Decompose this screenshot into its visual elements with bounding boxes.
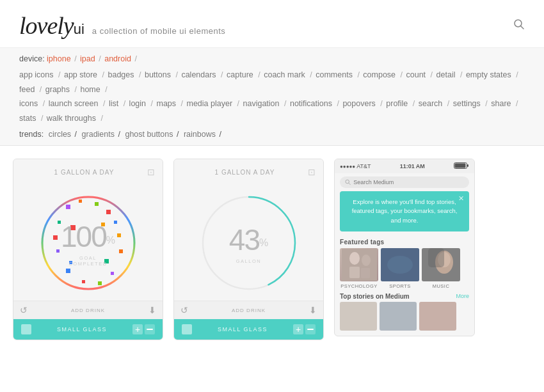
add-drink-2: ADD DRINK xyxy=(232,308,266,313)
plus-btn-1[interactable]: + xyxy=(132,324,155,334)
svg-rect-34 xyxy=(349,267,360,278)
stories-header: Top stories on Medium More xyxy=(335,289,474,302)
tag-music[interactable]: MUSIC xyxy=(422,248,460,289)
medium-status-bar: ●●●●● AT&T 11:01 AM xyxy=(335,159,474,173)
device-label: device: xyxy=(19,54,45,63)
nav-launch-screen[interactable]: launch screen xyxy=(49,99,99,108)
nav-home[interactable]: home xyxy=(80,85,100,94)
nav-calendars[interactable]: calendars xyxy=(181,70,216,79)
device-nav: device: iphone / ipad / android / xyxy=(19,54,525,63)
trend-ghost-buttons[interactable]: ghost buttons xyxy=(125,130,173,139)
nav-walk-throughs[interactable]: walk throughs xyxy=(47,114,96,123)
medium-phone-card: ●●●●● AT&T 11:01 AM ✕ Explore is where y… xyxy=(334,159,475,336)
nav-badges[interactable]: badges xyxy=(108,70,134,79)
gauge-number-2: 43% xyxy=(229,223,268,257)
tag-psychology[interactable]: PSYCHOLOGY xyxy=(340,248,378,289)
phone-bottom-bar-1: ↺ ADD DRINK ⬇ xyxy=(13,301,163,319)
nav-bar: device: iphone / ipad / android / app ic… xyxy=(0,48,544,146)
expand-icon-1[interactable]: ⊡ xyxy=(147,167,155,177)
svg-line-30 xyxy=(349,183,350,184)
nav-compose[interactable]: compose xyxy=(363,70,396,79)
search-icon-button[interactable] xyxy=(513,19,525,33)
tags-row: PSYCHOLOGY SPORTS xyxy=(335,248,474,289)
phone-card-1: 1 GALLON A DAY ⊡ xyxy=(13,159,163,340)
trend-circles[interactable]: circles xyxy=(49,130,71,139)
plus-icon-1[interactable]: + xyxy=(132,324,143,334)
svg-point-39 xyxy=(387,256,413,274)
refresh-icon-1[interactable]: ↺ xyxy=(20,305,28,315)
tag-sports[interactable]: SPORTS xyxy=(381,248,419,289)
nav-stats[interactable]: stats xyxy=(19,114,36,123)
tagline: a collection of mobile ui elements xyxy=(92,26,226,36)
trend-rainbows[interactable]: rainbows xyxy=(184,130,216,139)
tag-label-sports: SPORTS xyxy=(389,283,411,289)
explore-text: Explore is where you'll find top stories… xyxy=(348,198,461,225)
phone-card-2: 1 GALLON A DAY ⊡ 43% GALLON xyxy=(173,159,324,340)
medium-search-bar[interactable] xyxy=(340,176,469,188)
device-iphone[interactable]: iphone xyxy=(47,54,71,63)
nav-coach-mark[interactable]: coach mark xyxy=(264,70,305,79)
plus-icon-2[interactable]: + xyxy=(293,324,303,334)
close-icon[interactable]: ✕ xyxy=(458,194,464,203)
nav-notifications[interactable]: notifications xyxy=(290,99,332,108)
more-link[interactable]: More xyxy=(456,293,469,299)
phone-top-bar-2: 1 GALLON A DAY ⊡ xyxy=(182,167,316,177)
svg-rect-27 xyxy=(455,164,466,168)
share-icon-1[interactable]: ⬇ xyxy=(148,305,156,315)
refresh-icon-2[interactable]: ↺ xyxy=(180,305,188,315)
phone-bottom-bar-2: ↺ ADD DRINK ⬇ xyxy=(174,301,323,319)
svg-rect-43 xyxy=(428,248,444,267)
gauge-container-1: 100% GOAL COMPLETED xyxy=(21,182,155,301)
status-time: 11:01 AM xyxy=(400,163,425,169)
story-thumb-2 xyxy=(380,302,417,331)
phone-screen-1: 1 GALLON A DAY ⊡ xyxy=(13,159,163,301)
footer-square-1[interactable] xyxy=(21,324,31,334)
nav-search[interactable]: search xyxy=(419,99,443,108)
gauge-center-1: 100% GOAL COMPLETED xyxy=(60,219,117,267)
nav-icons[interactable]: icons xyxy=(19,99,38,108)
nav-app-store[interactable]: app store xyxy=(64,70,97,79)
tag-label-music: MUSIC xyxy=(433,283,450,289)
search-icon xyxy=(513,19,525,30)
nav-maps[interactable]: maps xyxy=(156,99,176,108)
device-ipad[interactable]: ipad xyxy=(80,54,95,63)
nav-popovers[interactable]: popovers xyxy=(342,99,375,108)
nav-media-player[interactable]: media player xyxy=(186,99,232,108)
medium-search-input[interactable] xyxy=(353,179,464,185)
story-thumbs-row xyxy=(335,302,474,336)
top-stories-title: Top stories on Medium xyxy=(340,293,410,300)
nav-comments[interactable]: comments xyxy=(316,70,353,79)
nav-buttons[interactable]: buttons xyxy=(145,70,171,79)
nav-list[interactable]: list xyxy=(109,99,118,108)
story-thumb-1 xyxy=(340,302,377,331)
phone2-title: 1 GALLON A DAY xyxy=(182,169,308,176)
minus-square-1[interactable] xyxy=(145,324,155,334)
share-icon-2[interactable]: ⬇ xyxy=(309,305,317,315)
nav-detail[interactable]: detail xyxy=(436,70,456,79)
expand-icon-2[interactable]: ⊡ xyxy=(308,167,316,177)
plus-btn-2[interactable]: + xyxy=(293,324,316,334)
svg-point-29 xyxy=(346,180,349,184)
nav-navigation[interactable]: navigation xyxy=(243,99,280,108)
device-android[interactable]: android xyxy=(104,54,131,63)
nav-login[interactable]: login xyxy=(129,99,146,108)
nav-capture[interactable]: capture xyxy=(227,70,253,79)
tag-thumb-sports xyxy=(381,248,419,281)
nav-count[interactable]: count xyxy=(406,70,426,79)
trend-gradients[interactable]: gradients xyxy=(82,130,115,139)
nav-share[interactable]: share xyxy=(491,99,511,108)
footer-square-2[interactable] xyxy=(182,324,192,334)
nav-settings[interactable]: settings xyxy=(453,99,481,108)
nav-graphs[interactable]: graphs xyxy=(45,85,70,94)
nav-profile[interactable]: profile xyxy=(386,99,408,108)
svg-rect-28 xyxy=(467,164,468,167)
tag-thumb-music xyxy=(422,248,460,281)
trends-nav: trends: circles / gradients / ghost butt… xyxy=(19,130,525,139)
nav-feed[interactable]: feed xyxy=(19,85,35,94)
minus-square-2[interactable] xyxy=(305,324,316,334)
story-thumb-3 xyxy=(419,302,456,331)
gauge-center-2: 43% GALLON xyxy=(229,223,268,264)
gauge-number-1: 100% xyxy=(60,219,117,254)
nav-empty-states[interactable]: empty states xyxy=(466,70,511,79)
nav-app-icons[interactable]: app icons xyxy=(19,70,54,79)
